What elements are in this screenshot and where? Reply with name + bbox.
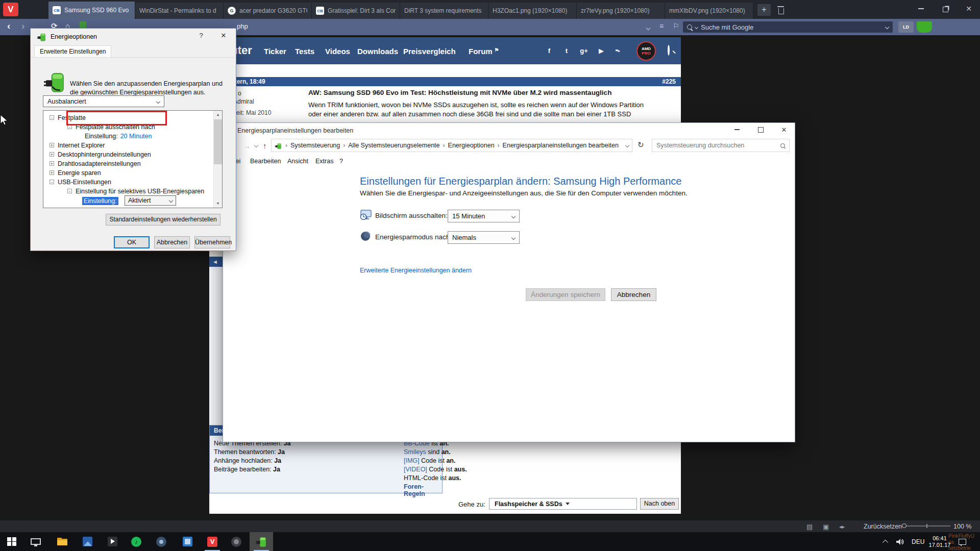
dark-app-icon[interactable] <box>101 532 124 551</box>
zoom-slider-knob[interactable] <box>902 523 906 528</box>
up-button[interactable]: ↑ <box>263 141 267 150</box>
breadcrumb-systemsteuerung[interactable]: Systemsteuerung <box>290 142 340 149</box>
volume-icon[interactable] <box>896 532 904 551</box>
expand-icon[interactable]: + <box>50 161 54 166</box>
power-plan-select[interactable]: Ausbalanciert <box>43 95 164 107</box>
nav-tests[interactable]: Tests <box>295 47 314 56</box>
expand-icon[interactable]: + <box>50 170 54 175</box>
username-fragment[interactable]: o <box>238 90 241 97</box>
expand-icon[interactable]: - <box>67 189 72 193</box>
expand-icon[interactable]: + <box>50 143 54 147</box>
browser-tab[interactable]: CB Gratisspiel: Dirt 3 als Comple <box>312 3 400 19</box>
display-off-select[interactable]: 15 Minuten <box>448 210 520 222</box>
browser-tab[interactable]: mmXIbDV.png (980×551) <box>665 3 753 19</box>
nav-videos[interactable]: Videos <box>325 47 350 56</box>
bookmark-icon[interactable]: ⚐ <box>673 22 679 30</box>
vivaldi-taskbar-icon[interactable]: V <box>201 532 224 551</box>
browser-search-field[interactable]: Suche mit Google <box>683 21 893 33</box>
browser-tab[interactable]: WinDirStat - Permalinks to d <box>135 3 224 19</box>
ok-button[interactable]: OK <box>114 236 150 248</box>
tree-item-internet-explorer[interactable]: +Internet Explorer <box>43 141 105 149</box>
forward-button[interactable]: → <box>243 141 251 150</box>
steam-icon[interactable] <box>150 532 173 551</box>
menu-bearbeiten[interactable]: Bearbeiten <box>250 158 281 165</box>
tree-item-drahtlosadapter[interactable]: +Drahtlosadaptereinstellungen <box>43 159 141 168</box>
menu-extras[interactable]: Extras <box>315 158 333 165</box>
cancel-button[interactable]: Abbrechen <box>154 236 190 248</box>
breadcrumb-bar[interactable]: › Systemsteuerung › Alle Systemsteuerung… <box>271 139 632 152</box>
browser-tab[interactable]: zr7teVy.png (980×551) <box>577 3 665 19</box>
image-toggle-icon[interactable]: ▣ <box>823 523 829 531</box>
googleplus-icon[interactable]: g+ <box>577 47 591 55</box>
restore-defaults-button[interactable]: Standardeinstellungen wiederherstellen <box>106 214 220 226</box>
minimize-button[interactable] <box>725 123 749 136</box>
new-tab-button[interactable]: + <box>757 4 771 16</box>
nav-forum[interactable]: Forum <box>469 47 493 56</box>
photos-app-icon[interactable] <box>76 532 99 551</box>
tree-item-usb-einstellungen[interactable]: -USB-Einstellungen <box>43 178 111 186</box>
chevron-down-icon[interactable] <box>885 25 889 29</box>
restore-button[interactable] <box>934 0 957 17</box>
address-bar-url-fragment[interactable]: php <box>237 22 248 30</box>
tree-scrollbar[interactable]: ▲ ▼ <box>213 111 222 208</box>
nav-preisvergleich[interactable]: Preisvergleich <box>403 47 456 56</box>
breadcrumb-dropdown-icon[interactable] <box>625 143 629 147</box>
close-button[interactable]: ✕ <box>772 123 796 136</box>
refresh-icon[interactable]: ↻ <box>638 140 644 149</box>
nav-downloads[interactable]: Downloads <box>357 47 398 56</box>
zoom-reset-button[interactable]: Zurücksetzen <box>864 523 902 530</box>
tile-view-icon[interactable]: ▤ <box>806 523 813 531</box>
trash-closed-tabs-icon[interactable] <box>777 6 785 14</box>
nav-ticker[interactable]: Ticker <box>264 47 286 56</box>
youtube-icon[interactable]: ▶ <box>595 47 608 55</box>
tray-expand-icon[interactable] <box>884 532 888 551</box>
amd-pro-badge[interactable]: AMD PRO <box>636 41 656 61</box>
scrollbar-thumb[interactable] <box>214 119 222 164</box>
tab-erweiterte-einstellungen[interactable]: Erweiterte Einstellungen <box>34 45 111 57</box>
vivaldi-menu-icon[interactable]: V <box>3 3 18 16</box>
search-engine-dropdown-icon[interactable] <box>695 25 698 29</box>
cancel-button[interactable]: Abbrechen <box>611 288 656 301</box>
keyboard-language[interactable]: DEU <box>912 532 924 551</box>
browser-tab[interactable]: H3ZOac1.png (980×551) <box>488 3 577 19</box>
scroll-up-icon[interactable]: ▲ <box>214 111 222 119</box>
close-button[interactable]: ✕ <box>216 30 231 42</box>
tree-setting-hdd[interactable]: Einstellung:20 Minuten <box>43 132 152 140</box>
forward-button[interactable]: › <box>21 20 24 32</box>
blue-app-icon[interactable] <box>176 532 199 551</box>
tree-item-usb-selektiv[interactable]: -Einstellung für selektives USB-Energies… <box>43 187 204 195</box>
breadcrumb-energieoptionen[interactable]: Energieoptionen <box>448 142 495 149</box>
browser-tab[interactable]: G acer predator G3620 GT640 | <box>224 3 312 19</box>
spotify-icon[interactable]: ♪ <box>125 532 148 551</box>
minimize-button[interactable] <box>910 0 932 17</box>
post-number[interactable]: #225 <box>662 77 676 86</box>
facebook-icon[interactable]: f <box>543 47 556 55</box>
reading-list-icon[interactable]: ≡ <box>659 22 664 30</box>
control-panel-search-field[interactable]: Systemsteuerung durchsuchen <box>652 139 790 152</box>
help-button[interactable]: ? <box>193 30 209 42</box>
previous-icon[interactable]: ◄ <box>212 259 218 265</box>
browser-tab[interactable]: CB Samsung SSD 960 Evo im Te <box>48 2 135 19</box>
menu-help[interactable]: ? <box>339 158 343 165</box>
tree-item-energie-sparen[interactable]: +Energie sparen <box>43 168 101 177</box>
extension-ld-button[interactable]: LD <box>898 21 914 33</box>
close-button[interactable]: ✕ <box>958 0 980 17</box>
breadcrumb-alle-elemente[interactable]: Alle Systemsteuerungselemente <box>348 142 439 149</box>
expand-icon[interactable]: - <box>50 180 54 184</box>
back-button[interactable]: ‹ <box>7 20 10 32</box>
menu-ansicht[interactable]: Ansicht <box>287 158 308 165</box>
start-button[interactable] <box>0 532 23 551</box>
browser-tab[interactable]: DiRT 3 system requirements <box>400 3 488 19</box>
address-dropdown-icon[interactable] <box>647 23 650 31</box>
forum-rules-link[interactable]: Foren-Regeln <box>404 483 442 497</box>
sleep-after-select[interactable]: Niemals <box>448 231 520 244</box>
history-dropdown-icon[interactable] <box>254 143 258 147</box>
scroll-down-icon[interactable]: ▼ <box>214 199 222 208</box>
goto-forum-select[interactable]: Flashspeicher & SSDs <box>489 498 637 510</box>
tree-item-desktophintergrund[interactable]: +Desktophintergrundeinstellungen <box>43 150 151 159</box>
site-security-badge[interactable] <box>80 21 86 28</box>
header-search-icon[interactable] <box>668 46 670 55</box>
tree-item-netzschalter[interactable]: +Netzschalter und Zuklappen <box>43 206 137 208</box>
back-to-top-button[interactable]: Nach oben <box>640 498 679 510</box>
adblock-shield-icon[interactable] <box>917 21 932 33</box>
